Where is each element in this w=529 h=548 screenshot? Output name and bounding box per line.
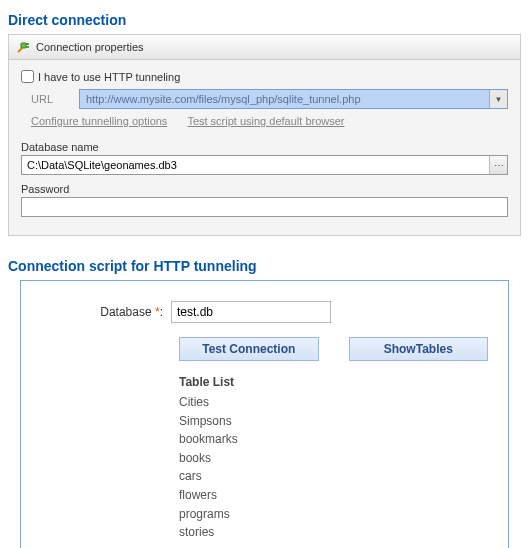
table-list-item: flowers [179,486,488,505]
panel-title-bar: Connection properties [9,35,520,60]
table-list-block: Table List CitiesSimpsonsbookmarksbooksc… [41,375,488,542]
test-script-link[interactable]: Test script using default browser [187,115,344,127]
panel-title: Connection properties [36,41,144,53]
tunnel-links-row: Configure tunnelling options Test script… [21,115,508,127]
url-input-wrap: ▼ [79,89,508,109]
table-list-item: cars [179,467,488,486]
test-connection-button[interactable]: Test Connection [179,337,319,361]
required-marker: * [155,305,160,319]
show-tables-button[interactable]: ShowTables [349,337,489,361]
configure-tunnelling-link[interactable]: Configure tunnelling options [31,115,167,127]
ellipsis-icon: ⋯ [494,160,503,171]
database-name-field-wrap: ⋯ [21,155,508,175]
table-list-item: programs [179,505,488,524]
url-label: URL [31,93,79,105]
password-field-wrap [21,197,508,217]
table-list-heading: Table List [179,375,488,389]
direct-connection-heading: Direct connection [8,12,521,28]
script-heading: Connection script for HTTP tunneling [8,258,521,274]
use-tunneling-checkbox[interactable] [21,70,34,83]
table-list-item: stories [179,523,488,542]
script-db-input[interactable] [171,301,331,323]
script-button-row: Test Connection ShowTables [41,337,488,361]
plug-icon [15,39,31,55]
table-list-item: Cities [179,393,488,412]
table-list-item: books [179,449,488,468]
use-tunneling-row: I have to use HTTP tunneling [21,70,508,83]
password-input[interactable] [22,198,507,216]
url-row: URL ▼ [21,89,508,109]
connection-properties-panel: Connection properties I have to use HTTP… [8,34,521,236]
password-label: Password [21,183,508,195]
table-list: CitiesSimpsonsbookmarksbookscarsflowersp… [179,393,488,542]
use-tunneling-label[interactable]: I have to use HTTP tunneling [38,71,180,83]
database-browse-button[interactable]: ⋯ [489,156,507,174]
script-db-label: Database *: [41,305,171,319]
chevron-down-icon: ▼ [495,95,503,104]
url-input[interactable] [80,90,489,108]
script-db-row: Database *: [41,301,488,323]
svg-rect-0 [21,43,26,48]
database-name-input[interactable] [22,156,489,174]
table-list-item: bookmarks [179,430,488,449]
url-dropdown-button[interactable]: ▼ [489,90,507,108]
table-list-item: Simpsons [179,412,488,431]
database-name-label: Database name [21,141,508,153]
script-panel: Database *: Test Connection ShowTables T… [20,280,509,548]
panel-body: I have to use HTTP tunneling URL ▼ Confi… [9,60,520,235]
